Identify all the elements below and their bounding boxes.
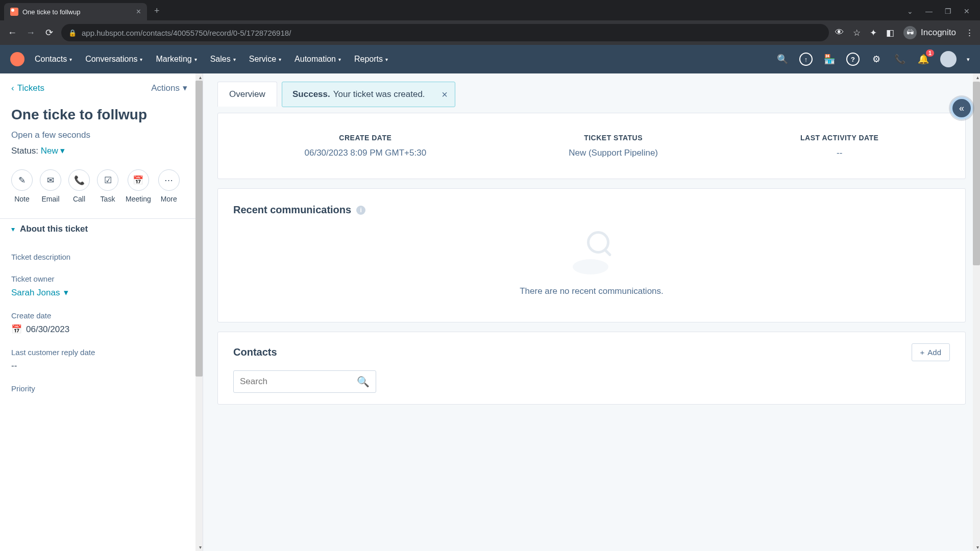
incognito-indicator[interactable]: 🕶 Incognito — [903, 26, 956, 39]
extensions-icon[interactable]: ✦ — [870, 28, 877, 38]
actions-dropdown[interactable]: Actions▾ — [151, 83, 187, 93]
ticket-owner-dropdown[interactable]: Sarah Jonas▾ — [11, 287, 187, 298]
nav-service[interactable]: Service▾ — [249, 55, 281, 64]
communications-card: Recent communications i There are no rec… — [217, 188, 966, 322]
incognito-icon: 🕶 — [903, 26, 917, 39]
account-menu-caret[interactable]: ▾ — [967, 56, 970, 63]
reload-button[interactable]: ⟳ — [43, 27, 55, 38]
lock-icon: 🔒 — [68, 29, 77, 37]
scrollbar-track[interactable]: ▴ ▾ — [195, 73, 203, 551]
chevron-down-icon: ▾ — [11, 225, 15, 233]
scroll-down-arrow[interactable]: ▾ — [976, 544, 979, 550]
maximize-button[interactable]: ❐ — [945, 7, 951, 15]
chevron-down-icon: ▾ — [64, 287, 68, 298]
bookmark-icon[interactable]: ☆ — [853, 28, 861, 38]
scrollbar-thumb[interactable] — [195, 81, 203, 377]
nav-reports[interactable]: Reports▾ — [354, 55, 388, 64]
scroll-down-arrow[interactable]: ▾ — [199, 544, 202, 550]
create-date-header: CREATE DATE — [305, 134, 427, 142]
marketplace-icon[interactable]: 🏪 — [823, 53, 836, 66]
create-date-label: Create date — [11, 311, 187, 320]
breadcrumb-tickets[interactable]: ‹Tickets — [11, 83, 44, 93]
browser-menu-icon[interactable]: ⋮ — [965, 28, 974, 38]
ticket-description-label: Ticket description — [11, 253, 187, 261]
success-toast: Success. Your ticket was created. × — [282, 82, 455, 107]
avatar[interactable] — [940, 51, 957, 67]
nav-contacts[interactable]: Contacts▾ — [35, 55, 72, 64]
minimize-button[interactable]: ― — [925, 7, 933, 15]
chevron-down-icon: ▾ — [140, 57, 142, 62]
calling-icon[interactable]: 📞 — [893, 53, 906, 66]
tab-overview[interactable]: Overview — [217, 82, 277, 107]
chevron-down-icon: ▾ — [69, 57, 72, 62]
call-button[interactable]: 📞Call — [68, 169, 90, 203]
notifications-icon[interactable]: 🔔1 — [917, 53, 930, 66]
ticket-title: One ticke to follwup — [11, 107, 187, 123]
nav-marketing[interactable]: Marketing▾ — [156, 55, 197, 64]
help-icon[interactable]: ? — [846, 53, 860, 66]
contacts-title: Contacts — [233, 346, 277, 358]
nav-conversations[interactable]: Conversations▾ — [85, 55, 142, 64]
priority-label: Priority — [11, 384, 187, 393]
email-button[interactable]: ✉Email — [40, 169, 61, 203]
quick-actions: ✎Note ✉Email 📞Call ☑Task 📅Meeting ⋯More — [11, 169, 187, 203]
meeting-icon: 📅 — [128, 169, 149, 191]
last-activity-text: -- — [800, 148, 878, 158]
last-reply-value: -- — [11, 361, 187, 371]
browser-tab[interactable]: One ticke to follwup × — [4, 3, 147, 20]
eye-off-icon[interactable]: 👁 — [835, 28, 844, 38]
nav-sales[interactable]: Sales▾ — [210, 55, 236, 64]
notification-badge: 1 — [926, 49, 934, 57]
app-navbar: Contacts▾ Conversations▾ Marketing▾ Sale… — [0, 45, 980, 73]
new-tab-button[interactable]: + — [154, 6, 160, 16]
ticket-status-text: New (Support Pipeline) — [569, 148, 658, 158]
settings-icon[interactable]: ⚙ — [870, 53, 883, 66]
forward-button[interactable]: → — [24, 28, 37, 38]
add-contact-button[interactable]: +Add — [912, 343, 950, 361]
browser-tab-strip: One ticke to follwup × + ⌄ ― ❐ ✕ — [0, 0, 980, 20]
close-window-button[interactable]: ✕ — [964, 7, 970, 15]
scroll-up-arrow[interactable]: ▴ — [199, 74, 202, 80]
incognito-label: Incognito — [921, 28, 956, 38]
tab-search-icon[interactable]: ⌄ — [907, 7, 913, 15]
nav-menu: Contacts▾ Conversations▾ Marketing▾ Sale… — [35, 55, 388, 64]
email-icon: ✉ — [40, 169, 61, 191]
close-icon[interactable]: × — [442, 89, 448, 101]
record-content: ▴ ▾ Overview Success. Your ticket was cr… — [203, 73, 980, 551]
task-button[interactable]: ☑Task — [97, 169, 118, 203]
search-icon: 🔍 — [357, 375, 370, 388]
collapse-panel-button[interactable]: « — [950, 97, 973, 119]
favicon-icon — [10, 8, 18, 16]
toast-bold: Success. — [292, 89, 330, 99]
status-dropdown[interactable]: New ▾ — [41, 146, 65, 156]
nav-automation[interactable]: Automation▾ — [295, 55, 341, 64]
plus-icon: + — [920, 348, 925, 357]
hubspot-logo-icon[interactable] — [10, 52, 24, 66]
more-icon: ⋯ — [158, 169, 180, 191]
about-ticket-toggle[interactable]: ▾ About this ticket — [0, 218, 203, 239]
chevron-down-icon: ▾ — [194, 57, 197, 62]
status-label: Status: — [11, 146, 38, 156]
contacts-search[interactable]: 🔍 — [233, 370, 376, 393]
more-button[interactable]: ⋯More — [158, 169, 180, 203]
url-input[interactable]: 🔒 app.hubspot.com/contacts/40055750/reco… — [61, 24, 829, 41]
search-icon[interactable]: 🔍 — [776, 53, 789, 66]
address-bar: ← → ⟳ 🔒 app.hubspot.com/contacts/4005575… — [0, 20, 980, 45]
communications-title: Recent communications — [233, 204, 351, 216]
info-icon[interactable]: i — [356, 206, 365, 215]
upgrade-icon[interactable]: ↑ — [799, 53, 813, 66]
note-icon: ✎ — [11, 169, 33, 191]
open-duration: Open a few seconds — [11, 130, 187, 140]
note-button[interactable]: ✎Note — [11, 169, 33, 203]
empty-state-text: There are no recent communications. — [233, 286, 950, 296]
create-date-value[interactable]: 📅06/30/2023 — [11, 324, 187, 335]
calendar-icon: 📅 — [11, 324, 22, 335]
meeting-button[interactable]: 📅Meeting — [126, 169, 151, 203]
back-button[interactable]: ← — [6, 28, 18, 38]
scrollbar-thumb[interactable] — [973, 82, 980, 265]
scrollbar-track[interactable]: ▴ ▾ — [973, 73, 980, 551]
side-panel-icon[interactable]: ◧ — [886, 28, 894, 38]
search-input[interactable] — [240, 377, 357, 387]
close-tab-icon[interactable]: × — [136, 7, 141, 16]
chevron-down-icon: ▾ — [385, 57, 388, 62]
